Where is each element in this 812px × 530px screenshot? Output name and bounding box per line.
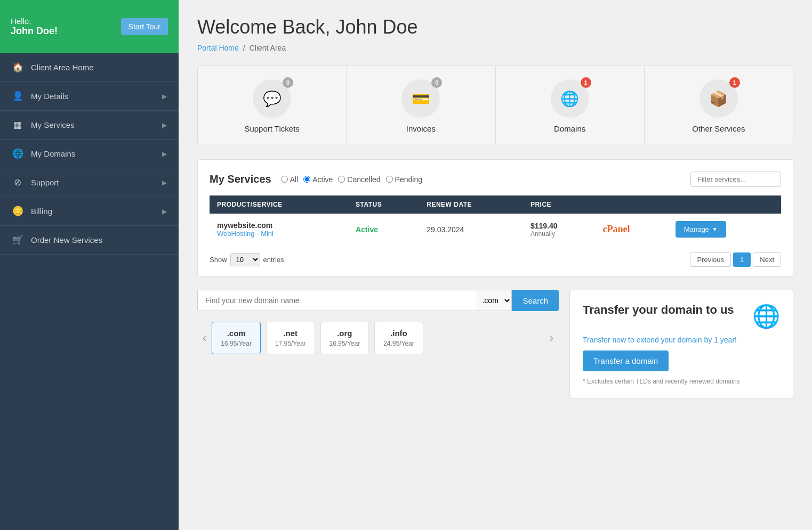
price-amount: $119.40 <box>530 222 588 230</box>
carousel-next-button[interactable]: › <box>544 331 559 345</box>
breadcrumb-portal-home[interactable]: Portal Home <box>197 44 239 52</box>
domain-search-box: .com .net .org .info .co .io Search <box>197 290 559 311</box>
col-action <box>668 195 781 214</box>
service-sub-link[interactable]: Mini <box>261 230 274 238</box>
next-button[interactable]: Next <box>753 252 781 267</box>
pagination: Previous 1 Next <box>690 252 781 267</box>
sidebar: Hello, John Doe! Start Tour 🏠 Client Are… <box>0 0 179 530</box>
services-icon: ▦ <box>12 119 23 131</box>
manage-button[interactable]: Manage ▼ <box>676 221 726 238</box>
tld-card-org[interactable]: .org 16.95/Year <box>320 322 369 354</box>
filter-cancelled-radio[interactable] <box>338 176 345 183</box>
filter-active-radio[interactable] <box>303 176 310 183</box>
domain-search-input[interactable] <box>197 290 476 311</box>
cpanel-logo: cPanel <box>603 224 630 234</box>
chevron-right-icon: ▶ <box>162 93 167 100</box>
transfer-subtitle[interactable]: Transfer now to extend your domain by 1 … <box>583 336 780 344</box>
carousel-prev-button[interactable]: ‹ <box>197 331 212 345</box>
main-content: Welcome Back, John Doe Portal Home / Cli… <box>179 0 812 530</box>
sidebar-item-client-area-home[interactable]: 🏠 Client Area Home <box>0 53 179 82</box>
tld-carousel: ‹ .com 16.95/Year .net 17.95/Year .org 1… <box>197 322 559 354</box>
service-product: mywebsite.com WebHosting - Mini <box>210 214 348 245</box>
service-renew-date: 29.03.2024 <box>419 214 523 245</box>
other-services-label: Other Services <box>692 124 745 133</box>
caret-icon: ▼ <box>712 226 718 232</box>
billing-icon: 🪙 <box>12 206 23 217</box>
transfer-title: Transfer your domain to us <box>583 303 734 317</box>
filter-cancelled[interactable]: Cancelled <box>338 175 380 184</box>
filter-pending-radio[interactable] <box>386 176 393 183</box>
sidebar-label-billing: Billing <box>31 207 52 216</box>
sidebar-item-my-domains[interactable]: 🌐 My Domains ▶ <box>0 140 179 168</box>
service-sub: WebHosting - Mini <box>217 230 341 238</box>
entries-select[interactable]: 10 25 50 100 <box>230 253 260 266</box>
stat-support-tickets[interactable]: 💬 0 Support Tickets <box>198 66 347 144</box>
tld-price-net: 17.95/Year <box>275 340 306 347</box>
table-row: mywebsite.com WebHosting - Mini Active 2… <box>210 214 781 245</box>
support-tickets-badge: 0 <box>283 77 293 88</box>
breadcrumb-separator: / <box>243 44 245 52</box>
breadcrumb-current: Client Area <box>250 44 286 52</box>
tld-card-com[interactable]: .com 16.95/Year <box>212 322 261 354</box>
sidebar-label-order-new-services: Order New Services <box>31 235 102 244</box>
sidebar-item-order-new-services[interactable]: 🛒 Order New Services <box>0 226 179 255</box>
tld-card-info[interactable]: .info 24.95/Year <box>374 322 423 354</box>
tld-name-org: .org <box>329 329 360 338</box>
service-action: Manage ▼ <box>668 214 781 245</box>
page-title: Welcome Back, John Doe <box>197 16 793 38</box>
service-provider: cPanel <box>596 214 668 245</box>
col-status: STATUS <box>348 195 419 214</box>
tld-list: .com 16.95/Year .net 17.95/Year .org 16.… <box>212 322 544 354</box>
transfer-globe-icon: 🌐 <box>752 303 780 329</box>
transfer-header: Transfer your domain to us 🌐 <box>583 303 780 329</box>
status-badge: Active <box>356 225 378 234</box>
previous-button[interactable]: Previous <box>690 252 731 267</box>
tld-price-org: 16.95/Year <box>329 340 360 347</box>
sidebar-header: Hello, John Doe! Start Tour <box>0 0 179 53</box>
sidebar-label-support: Support <box>31 178 59 187</box>
filter-active[interactable]: Active <box>303 175 333 184</box>
price-period: Annually <box>530 230 588 238</box>
start-tour-button[interactable]: Start Tour <box>121 18 168 35</box>
other-services-badge: 1 <box>729 77 740 88</box>
table-header-row: PRODUCT/SERVICE STATUS RENEW DATE PRICE <box>210 195 781 214</box>
invoices-label: Invoices <box>406 124 436 133</box>
sidebar-greeting: Hello, John Doe! <box>11 17 58 37</box>
stat-other-services[interactable]: 📦 1 Other Services <box>645 66 793 144</box>
sidebar-label-my-details: My Details <box>31 92 68 101</box>
tld-card-net[interactable]: .net 17.95/Year <box>266 322 315 354</box>
tld-name-info: .info <box>383 329 414 338</box>
stat-domains[interactable]: 🌐 1 Domains <box>496 66 645 144</box>
domain-search-button[interactable]: Search <box>512 290 559 311</box>
chevron-right-icon: ▶ <box>162 150 167 158</box>
services-filter-group: All Active Cancelled Pending <box>281 175 422 184</box>
chevron-right-icon: ▶ <box>162 121 167 129</box>
col-product: PRODUCT/SERVICE <box>210 195 348 214</box>
filter-all-radio[interactable] <box>281 176 288 183</box>
transfer-domain-button[interactable]: Transfer a domain <box>583 350 669 371</box>
support-icon: ⊘ <box>12 177 23 188</box>
sidebar-nav: 🏠 Client Area Home 👤 My Details ▶ ▦ My S… <box>0 53 179 530</box>
tld-price-com: 16.95/Year <box>221 340 252 347</box>
page-1-button[interactable]: 1 <box>733 252 751 267</box>
service-price: $119.40 Annually <box>523 214 596 245</box>
greeting-hello: Hello, <box>11 17 58 26</box>
sidebar-label-my-services: My Services <box>31 120 75 129</box>
filter-services-input[interactable] <box>690 172 781 187</box>
stat-invoices[interactable]: 💳 0 Invoices <box>347 66 495 144</box>
sidebar-item-billing[interactable]: 🪙 Billing ▶ <box>0 197 179 226</box>
user-icon: 👤 <box>12 91 23 102</box>
sidebar-label-client-area-home: Client Area Home <box>31 63 94 72</box>
chevron-right-icon: ▶ <box>162 179 167 186</box>
sidebar-item-my-details[interactable]: 👤 My Details ▶ <box>0 82 179 111</box>
sidebar-item-my-services[interactable]: ▦ My Services ▶ <box>0 111 179 140</box>
filter-all[interactable]: All <box>281 175 299 184</box>
filter-pending[interactable]: Pending <box>386 175 422 184</box>
service-name: mywebsite.com <box>217 221 341 230</box>
domains-badge: 1 <box>581 77 591 88</box>
tld-select[interactable]: .com .net .org .info .co .io <box>476 290 512 311</box>
sidebar-item-support[interactable]: ⊘ Support ▶ <box>0 168 179 197</box>
col-provider <box>596 195 668 214</box>
services-table: PRODUCT/SERVICE STATUS RENEW DATE PRICE … <box>210 195 781 245</box>
col-price: PRICE <box>523 195 596 214</box>
